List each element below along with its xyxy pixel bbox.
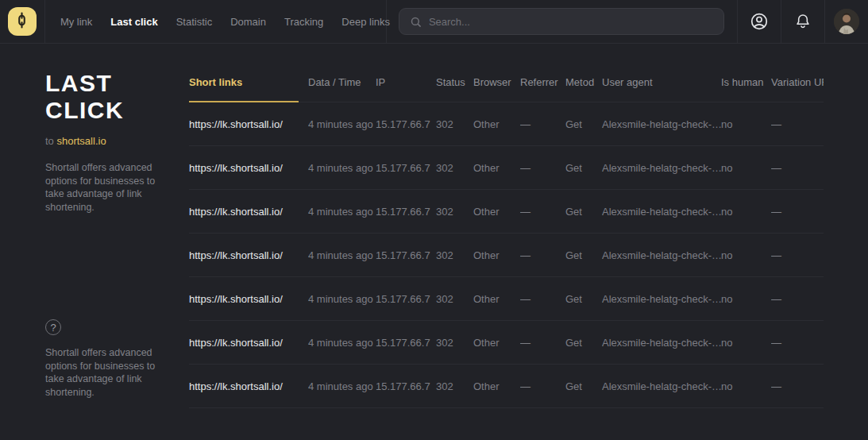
cell-status: 302 — [436, 162, 473, 174]
subtitle-prefix: to — [45, 135, 54, 147]
nav-item-tracking[interactable]: Tracking — [284, 16, 323, 28]
col-referrer: Referrer — [520, 76, 565, 88]
cell-is-human: no — [721, 206, 771, 218]
cell-referrer: — — [520, 380, 565, 392]
account-icon — [750, 12, 769, 31]
shortsall-link[interactable]: shortsall.io — [56, 135, 106, 147]
nav-item-deep-links[interactable]: Deep links — [341, 16, 390, 28]
col-is-human: Is human — [721, 76, 771, 88]
cell-referrer: — — [520, 249, 565, 261]
search-input[interactable] — [429, 16, 713, 28]
cell-ip: 15.177.66.7 — [376, 337, 436, 349]
main-nav: My link Last click Statistic Domain Trac… — [45, 0, 387, 43]
cell-user-agent: Alexsmile-helatg-check-… — [602, 337, 721, 349]
page-title-line1: LAST — [45, 70, 112, 96]
last-click-table: Short links Data / Time IP Status Browse… — [189, 44, 824, 408]
cell-variation-url: — — [771, 249, 824, 261]
cell-variation-url: — — [771, 293, 824, 305]
cell-browser: Other — [473, 337, 520, 349]
cell-status: 302 — [436, 337, 473, 349]
cell-ip: 15.177.66.7 — [376, 206, 436, 218]
table-row: https://lk.shortsall.io/ 4 minutes ago 1… — [189, 146, 824, 190]
cell-date-time: 4 minutes ago — [308, 162, 376, 174]
cell-short-link[interactable]: https://lk.shortsall.io/ — [189, 380, 308, 392]
notifications-button[interactable] — [781, 0, 824, 43]
cell-user-agent: Alexsmile-helatg-check-… — [602, 380, 721, 392]
cell-method: Get — [565, 293, 602, 305]
col-short-links[interactable]: Short links — [189, 76, 308, 88]
cell-variation-url: — — [771, 118, 824, 130]
cell-short-link[interactable]: https://lk.shortsall.io/ — [189, 162, 308, 174]
account-button[interactable] — [737, 0, 781, 43]
cell-variation-url: — — [771, 380, 824, 392]
cell-ip: 15.177.66.7 — [376, 162, 436, 174]
cell-referrer: — — [520, 337, 565, 349]
cell-ip: 15.177.66.7 — [376, 293, 436, 305]
table-row: https://lk.shortsall.io/ 4 minutes ago 1… — [189, 277, 824, 321]
cell-referrer: — — [520, 206, 565, 218]
cell-user-agent: Alexsmile-helatg-check-… — [602, 249, 721, 261]
sidebar-description: Shortall offers advanced options for bus… — [45, 161, 176, 214]
cell-date-time: 4 minutes ago — [308, 380, 376, 392]
cell-ip: 15.177.66.7 — [376, 118, 436, 130]
cell-is-human: no — [721, 380, 771, 392]
cell-is-human: no — [721, 337, 771, 349]
active-column-underline — [189, 101, 299, 102]
link-icon — [13, 11, 31, 33]
cell-user-agent: Alexsmile-helatg-check-… — [602, 293, 721, 305]
cell-browser: Other — [473, 249, 520, 261]
nav-item-domain[interactable]: Domain — [230, 16, 266, 28]
cell-method: Get — [565, 162, 602, 174]
cell-variation-url: — — [771, 337, 824, 349]
cell-status: 302 — [436, 380, 473, 392]
cell-variation-url: — — [771, 206, 824, 218]
cell-referrer: — — [520, 293, 565, 305]
subtitle: to shortsall.io — [45, 135, 176, 147]
cell-short-link[interactable]: https://lk.shortsall.io/ — [189, 337, 308, 349]
cell-method: Get — [565, 206, 602, 218]
cell-short-link[interactable]: https://lk.shortsall.io/ — [189, 118, 308, 130]
table-row: https://lk.shortsall.io/ 4 minutes ago 1… — [189, 190, 824, 234]
cell-status: 302 — [436, 206, 473, 218]
table-body: https://lk.shortsall.io/ 4 minutes ago 1… — [189, 102, 824, 408]
cell-status: 302 — [436, 249, 473, 261]
cell-variation-url: — — [771, 162, 824, 174]
cell-date-time: 4 minutes ago — [308, 118, 376, 130]
cell-browser: Other — [473, 118, 520, 130]
col-status: Status — [436, 76, 473, 88]
sidebar: LAST CLICK to shortsall.io Shortall offe… — [45, 44, 176, 399]
cell-browser: Other — [473, 162, 520, 174]
cell-short-link[interactable]: https://lk.shortsall.io/ — [189, 249, 308, 261]
nav-item-my-link[interactable]: My link — [60, 16, 92, 28]
cell-short-link[interactable]: https://lk.shortsall.io/ — [189, 206, 308, 218]
col-user-agent: User agent — [602, 76, 721, 88]
cell-user-agent: Alexsmile-helatg-check-… — [602, 118, 721, 130]
table-row: https://lk.shortsall.io/ 4 minutes ago 1… — [189, 365, 824, 408]
logo-section — [0, 0, 45, 43]
cell-method: Get — [565, 337, 602, 349]
cell-is-human: no — [721, 293, 771, 305]
cell-method: Get — [565, 380, 602, 392]
cell-short-link[interactable]: https://lk.shortsall.io/ — [189, 293, 308, 305]
cell-is-human: no — [721, 249, 771, 261]
content: LAST CLICK to shortsall.io Shortall offe… — [0, 44, 868, 439]
cell-user-agent: Alexsmile-helatg-check-… — [602, 162, 721, 174]
search-box[interactable] — [399, 8, 724, 35]
table-row: https://lk.shortsall.io/ 4 minutes ago 1… — [189, 102, 824, 146]
app-logo[interactable] — [8, 7, 37, 36]
help-icon[interactable]: ? — [45, 319, 61, 335]
nav-item-statistic[interactable]: Statistic — [176, 16, 213, 28]
col-variation-url: Variation URL — [771, 76, 824, 88]
sidebar-help-description: Shortall offers advanced options for bus… — [45, 346, 176, 399]
page-title: LAST CLICK — [45, 70, 176, 124]
bell-icon — [794, 13, 812, 30]
cell-ip: 15.177.66.7 — [376, 380, 436, 392]
table-row: https://lk.shortsall.io/ 4 minutes ago 1… — [189, 234, 824, 277]
profile-button[interactable] — [824, 0, 868, 43]
cell-status: 302 — [436, 293, 473, 305]
table-row: https://lk.shortsall.io/ 4 minutes ago 1… — [189, 321, 824, 365]
nav-item-last-click[interactable]: Last click — [110, 16, 157, 28]
cell-is-human: no — [721, 162, 771, 174]
cell-date-time: 4 minutes ago — [308, 293, 376, 305]
search-section — [387, 0, 737, 43]
